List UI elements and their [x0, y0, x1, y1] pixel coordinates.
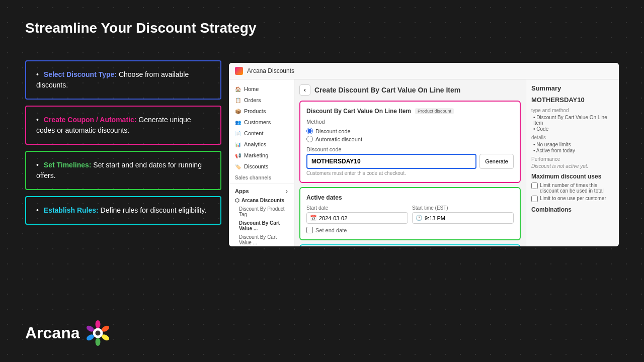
- code-hint-text: Customers must enter this code at checko…: [306, 170, 514, 176]
- feature-text-4: Define rules for discount eligibility.: [101, 206, 207, 214]
- checkbox-input-total[interactable]: [531, 183, 538, 189]
- code-field-label: Discount code: [306, 146, 514, 152]
- analytics-icon: 📊: [235, 142, 241, 147]
- combinations-title: Combinations: [531, 206, 614, 213]
- performance-text: Discount is not active yet.: [531, 163, 614, 169]
- svg-point-4: [95, 338, 100, 346]
- svg-point-8: [95, 331, 100, 336]
- start-date-input-wrap[interactable]: 📅 2024-03-02: [306, 212, 408, 224]
- details-title: details: [531, 135, 614, 140]
- page-main-title: Streamline Your Discount Strategy: [25, 20, 257, 36]
- sidebar-item-marketing[interactable]: 📢 Marketing: [229, 150, 294, 161]
- app-nav-product-tag[interactable]: Discount By Product Tag: [229, 205, 294, 219]
- code-input-row: Generate: [306, 154, 514, 169]
- arcana-discounts-nav[interactable]: ⬡ Arcana Discounts: [229, 196, 294, 205]
- sidebar-label-analytics: Analytics: [244, 141, 266, 147]
- checkbox-label-one: Limit to one use per customer: [540, 196, 606, 201]
- apps-header: Apps ›: [229, 186, 294, 196]
- sidebar-label-orders: Orders: [244, 97, 261, 103]
- radio-discount-code[interactable]: Discount code: [306, 128, 514, 134]
- calendar-icon: 📅: [310, 215, 317, 221]
- feature-box-create-coupon: • Create Coupon / Automatic: Generate un…: [25, 106, 221, 145]
- apps-chevron-icon: ›: [286, 188, 288, 194]
- discounts-icon: 🏷️: [235, 164, 241, 169]
- method-label: Method: [306, 119, 514, 125]
- sidebar-item-customers[interactable]: 👥 Customers: [229, 117, 294, 128]
- products-icon: 📦: [235, 109, 241, 114]
- add-rules-section: Add rules: [299, 244, 521, 246]
- sales-channels-label: Sales channels: [229, 172, 294, 182]
- summary-detail-1: No usage limits: [531, 142, 614, 147]
- page-header: ‹ Create Discount By Cart Value On Line …: [299, 84, 521, 96]
- summary-code: MOTHERSDAY10: [531, 96, 614, 104]
- orders-icon: 📋: [235, 98, 241, 103]
- feature-box-establish-rules: • Establish Rules: Define rules for disc…: [25, 196, 221, 225]
- start-time-input-wrap[interactable]: 🕐 9:13 PM: [412, 212, 514, 224]
- feature-highlight-3: Set Timelines:: [44, 161, 92, 169]
- app-panel: Arcana Discounts 🏠 Home 📋 Orders 📦 Produ…: [229, 63, 619, 246]
- content-icon: 📄: [235, 131, 241, 136]
- app-nav-cart-value-1[interactable]: Discount By Cart Value ...: [229, 219, 294, 233]
- set-end-date-checkbox[interactable]: [306, 227, 313, 233]
- sidebar-item-home[interactable]: 🏠 Home: [229, 83, 294, 95]
- sidebar: 🏠 Home 📋 Orders 📦 Products 👥 Customers 📄…: [229, 79, 294, 246]
- summary-type-item: Discount By Cart Value On Line Item: [531, 115, 614, 126]
- start-date-field: Start date 📅 2024-03-02: [306, 205, 408, 224]
- discount-section-title: Discount By Cart Value On Line Item Prod…: [306, 108, 514, 115]
- method-radio-group: Discount code Automatic discount: [306, 128, 514, 142]
- radio-automatic[interactable]: Automatic discount: [306, 136, 514, 142]
- max-discount-title: Maximum discount uses: [531, 173, 614, 180]
- sidebar-item-products[interactable]: 📦 Products: [229, 106, 294, 117]
- logo-text: Arcana: [25, 324, 80, 342]
- checkbox-input-one[interactable]: [531, 196, 538, 202]
- product-discount-badge: Product discount: [415, 108, 454, 114]
- customers-icon: 👥: [235, 120, 241, 125]
- discount-code-input[interactable]: [306, 154, 476, 169]
- summary-detail-2: Active from today: [531, 148, 614, 153]
- summary-code-item: Code: [531, 126, 614, 132]
- sidebar-label-customers: Customers: [244, 119, 271, 125]
- apps-label: Apps: [235, 188, 249, 194]
- sidebar-item-discounts[interactable]: 🏷️ Discounts: [229, 161, 294, 172]
- home-icon: 🏠: [235, 86, 241, 92]
- app-header-title: Arcana Discounts: [247, 67, 294, 74]
- start-date-label: Start date: [306, 205, 408, 211]
- feature-highlight-4: Establish Rules:: [44, 206, 99, 214]
- app-header: Arcana Discounts: [229, 63, 619, 79]
- sidebar-label-home: Home: [244, 86, 259, 92]
- arcana-disc-label: Arcana Discounts: [242, 198, 284, 203]
- bottom-logo: Arcana: [25, 319, 112, 347]
- app-icon: [235, 67, 243, 75]
- sidebar-item-orders[interactable]: 📋 Orders: [229, 95, 294, 106]
- feature-box-select-type: • Select Discount Type: Choose from avai…: [25, 60, 221, 100]
- app-body: 🏠 Home 📋 Orders 📦 Products 👥 Customers 📄…: [229, 79, 619, 246]
- sidebar-item-analytics[interactable]: 📊 Analytics: [229, 139, 294, 150]
- main-content: ‹ Create Discount By Cart Value On Line …: [294, 79, 526, 246]
- radio-label-discount-code: Discount code: [315, 128, 351, 134]
- checkbox-limit-total[interactable]: Limit number of times this discount can …: [531, 183, 614, 194]
- svg-point-1: [95, 320, 100, 328]
- app-nav-cart-value-2[interactable]: Discount By Cart Value ...: [229, 233, 294, 246]
- start-time-field: Start time (EST) 🕐 9:13 PM: [412, 205, 514, 224]
- feature-highlight-1: Select Discount Type:: [44, 70, 117, 78]
- radio-input-discount-code[interactable]: [306, 128, 313, 134]
- sidebar-label-marketing: Marketing: [244, 152, 268, 158]
- feature-box-set-timelines: • Set Timelines: Set start and end dates…: [25, 151, 221, 190]
- set-end-date-row[interactable]: Set end date: [306, 227, 514, 233]
- set-end-date-label: Set end date: [315, 227, 347, 233]
- clock-icon: 🕐: [416, 215, 423, 221]
- checkbox-limit-one[interactable]: Limit to one use per customer: [531, 196, 614, 202]
- radio-label-automatic: Automatic discount: [315, 136, 362, 142]
- performance-title: Performance: [531, 156, 614, 162]
- start-date-value: 2024-03-02: [319, 215, 347, 221]
- page-title: Create Discount By Cart Value On Line It…: [314, 86, 460, 94]
- back-button[interactable]: ‹: [299, 84, 310, 96]
- logo-icon: [84, 319, 112, 347]
- discount-section: Discount By Cart Value On Line Item Prod…: [299, 101, 521, 183]
- summary-panel: Summary MOTHERSDAY10 type and method Dis…: [526, 79, 619, 246]
- sidebar-label-products: Products: [244, 108, 266, 114]
- generate-button[interactable]: Generate: [479, 154, 514, 169]
- sidebar-item-content[interactable]: 📄 Content: [229, 128, 294, 139]
- radio-input-automatic[interactable]: [306, 136, 313, 142]
- date-row: Start date 📅 2024-03-02 Start time (EST)…: [306, 205, 514, 224]
